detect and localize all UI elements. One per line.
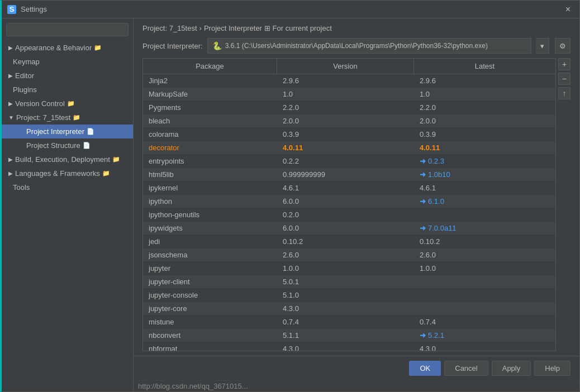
upgrade-package-button[interactable]: ↑	[558, 87, 571, 99]
table-body: Jinja22.9.62.9.6MarkupSafe1.01.0Pygments…	[143, 74, 555, 351]
package-latest: ➜6.1.0	[414, 195, 555, 208]
package-name: ipython-genutils	[143, 208, 277, 221]
package-version: 6.0.0	[277, 195, 414, 208]
packages-table: Package Version Latest Jinja22.9.62.9.6M…	[142, 58, 556, 351]
package-latest: ➜7.0.0a11	[414, 222, 555, 235]
package-name: MarkupSafe	[143, 88, 277, 101]
sidebar-item-tools[interactable]: Tools	[2, 180, 133, 194]
package-latest	[414, 208, 555, 221]
table-row[interactable]: jupyter-console5.1.0	[143, 289, 555, 302]
package-latest	[414, 275, 555, 288]
table-row[interactable]: Pygments2.2.02.2.0	[143, 101, 555, 114]
sidebar-item-label: Languages & Frameworks	[15, 169, 100, 178]
package-name: entrypoints	[143, 155, 277, 168]
file-icon: 📄	[87, 128, 94, 135]
interpreter-dropdown-button[interactable]: ▾	[536, 38, 549, 54]
sidebar-item-languages[interactable]: ▶ Languages & Frameworks 📁	[2, 166, 133, 180]
sidebar-item-label: Plugins	[13, 85, 37, 94]
sidebar-item-build[interactable]: ▶ Build, Execution, Deployment 📁	[2, 152, 133, 166]
package-latest: 2.6.0	[414, 248, 555, 261]
header-version: Version	[277, 59, 414, 74]
chevron-down-icon: ▼	[8, 114, 14, 121]
package-name: jedi	[143, 235, 277, 248]
remove-package-button[interactable]: −	[558, 73, 571, 85]
sidebar-item-appearance[interactable]: ▶ Appearance & Behavior 📁	[2, 41, 133, 55]
package-latest: ➜1.0b10	[414, 168, 555, 181]
package-latest: 4.0.11	[414, 141, 555, 154]
table-row[interactable]: jsonschema2.6.02.6.0	[143, 248, 555, 262]
package-name: colorama	[143, 128, 277, 141]
sidebar-item-project[interactable]: ▼ Project: 7_15test 📁	[2, 111, 133, 125]
table-row[interactable]: decorator4.0.114.0.11	[143, 141, 555, 155]
help-button[interactable]: Help	[534, 361, 571, 376]
package-name: decorator	[143, 141, 277, 154]
package-version: 1.0.0	[277, 262, 414, 275]
ok-button[interactable]: OK	[409, 361, 441, 376]
sidebar-item-label: Version Control	[15, 99, 65, 108]
breadcrumb: Project: 7_15test › Project Interpreter …	[134, 18, 579, 36]
table-row[interactable]: jupyter1.0.01.0.0	[143, 262, 555, 275]
python-icon: 🐍	[212, 41, 222, 50]
chevron-right-icon: ▶	[8, 170, 13, 176]
folder-icon: 📁	[94, 44, 102, 51]
table-row[interactable]: Jinja22.9.62.9.6	[143, 74, 555, 88]
update-arrow-icon: ➜	[420, 170, 426, 179]
table-row[interactable]: bleach2.0.02.0.0	[143, 114, 555, 128]
table-header: Package Version Latest	[143, 59, 555, 74]
table-row[interactable]: MarkupSafe1.01.0	[143, 88, 555, 101]
table-row[interactable]: nbformat4.3.04.3.0	[143, 342, 555, 351]
folder-icon: 📁	[112, 156, 120, 163]
add-package-button[interactable]: +	[558, 58, 571, 70]
sidebar-item-label: Keymap	[13, 58, 40, 66]
package-version: 2.0.0	[277, 114, 414, 127]
sidebar-item-editor[interactable]: ▶ Editor	[2, 69, 133, 83]
sidebar-item-project-interpreter[interactable]: Project Interpreter 📄	[2, 125, 133, 138]
sidebar-item-label: Project Interpreter	[26, 127, 84, 136]
table-row[interactable]: ipywidgets6.0.0➜7.0.0a11	[143, 222, 555, 235]
table-row[interactable]: mistune0.7.40.7.4	[143, 315, 555, 329]
right-panel: Project: 7_15test › Project Interpreter …	[134, 18, 579, 391]
apply-button[interactable]: Apply	[492, 361, 531, 376]
header-package: Package	[143, 59, 277, 74]
sidebar-item-project-structure[interactable]: Project Structure 📄	[2, 138, 133, 152]
interpreter-settings-button[interactable]: ⚙	[555, 38, 571, 54]
table-row[interactable]: entrypoints0.2.2➜0.2.3	[143, 155, 555, 168]
chevron-right-icon: ▶	[8, 101, 13, 107]
header-latest: Latest	[414, 59, 555, 74]
sidebar-item-vcs[interactable]: ▶ Version Control 📁	[2, 97, 133, 111]
package-latest: 0.3.9	[414, 128, 555, 141]
table-row[interactable]: jupyter-core4.3.0	[143, 302, 555, 315]
update-arrow-icon: ➜	[420, 157, 426, 165]
interpreter-select[interactable]: 🐍 3.6.1 (C:\Users\Administrator\AppData\…	[207, 38, 531, 54]
main-content: ▶ Appearance & Behavior 📁 Keymap ▶ Edito…	[2, 18, 579, 391]
package-version: 0.999999999	[277, 168, 414, 181]
table-row[interactable]: colorama0.3.90.3.9	[143, 128, 555, 141]
table-row[interactable]: ipykernel4.6.14.6.1	[143, 181, 555, 195]
cancel-button[interactable]: Cancel	[444, 361, 488, 376]
table-row[interactable]: ipython6.0.0➜6.1.0	[143, 195, 555, 208]
package-name: jsonschema	[143, 248, 277, 261]
latest-version: 6.1.0	[428, 197, 444, 205]
search-input[interactable]	[6, 23, 129, 36]
package-latest: 2.9.6	[414, 74, 555, 87]
breadcrumb-arrow: ›	[199, 24, 202, 32]
package-latest: 2.2.0	[414, 101, 555, 114]
sidebar-item-keymap[interactable]: Keymap	[2, 55, 133, 69]
table-row[interactable]: html5lib0.999999999➜1.0b10	[143, 168, 555, 181]
sidebar-item-plugins[interactable]: Plugins	[2, 83, 133, 97]
package-version: 0.10.2	[277, 235, 414, 248]
package-version: 0.2.0	[277, 208, 414, 221]
package-version: 1.0	[277, 88, 414, 101]
table-row[interactable]: nbconvert5.1.1➜5.2.1	[143, 329, 555, 342]
table-row[interactable]: jedi0.10.20.10.2	[143, 235, 555, 248]
breadcrumb-page: Project Interpreter	[204, 24, 262, 32]
title-bar: S Settings ×	[2, 1, 579, 18]
sidebar: ▶ Appearance & Behavior 📁 Keymap ▶ Edito…	[2, 18, 134, 391]
package-name: jupyter	[143, 262, 277, 275]
table-row[interactable]: jupyter-client5.0.1	[143, 275, 555, 289]
close-button[interactable]: ×	[562, 3, 574, 16]
update-arrow-icon: ➜	[420, 197, 426, 205]
package-version: 0.2.2	[277, 155, 414, 168]
package-version: 4.6.1	[277, 181, 414, 194]
table-row[interactable]: ipython-genutils0.2.0	[143, 208, 555, 222]
